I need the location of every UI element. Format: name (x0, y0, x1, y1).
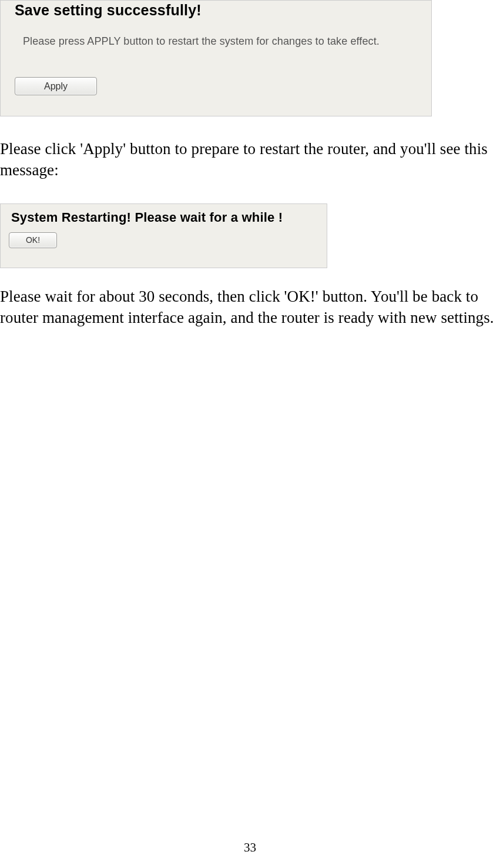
page-number: 33 (0, 840, 500, 855)
panel-title: Save setting successfully! (1, 2, 431, 19)
save-setting-panel: Save setting successfully! Please press … (0, 0, 432, 116)
button-container: Apply (1, 48, 431, 95)
ok-button[interactable]: OK! (9, 232, 57, 248)
apply-button[interactable]: Apply (15, 77, 97, 95)
button-container: OK! (1, 225, 327, 248)
system-restarting-panel: System Restarting! Please wait for a whi… (0, 203, 327, 268)
panel-title: System Restarting! Please wait for a whi… (1, 210, 327, 225)
instruction-paragraph-1: Please click 'Apply' button to prepare t… (0, 138, 500, 181)
instruction-paragraph-2: Please wait for about 30 seconds, then c… (0, 286, 500, 329)
panel-description: Please press APPLY button to restart the… (1, 19, 431, 48)
